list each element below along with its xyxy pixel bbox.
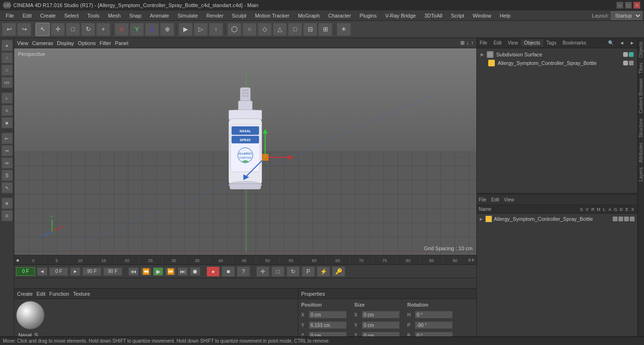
layout-dropdown[interactable]: Startup: [611, 11, 642, 20]
prev-frame-button[interactable]: ⏪: [141, 267, 151, 276]
cone-button[interactable]: ◇: [258, 23, 272, 36]
mat-texture-menu[interactable]: Texture: [73, 291, 90, 297]
menu-select[interactable]: Select: [61, 12, 83, 19]
right-search-icon[interactable]: 🔍: [605, 39, 617, 46]
record-end-button[interactable]: ⏺: [190, 267, 200, 276]
scale-key-button[interactable]: ↻: [286, 266, 300, 277]
sidebar-tool-s[interactable]: S: [1, 170, 13, 181]
size-y-input[interactable]: [362, 321, 400, 329]
right-forward-icon[interactable]: ►: [627, 39, 637, 46]
sphere-button[interactable]: ○: [242, 23, 257, 36]
param-key-button[interactable]: P: [302, 266, 315, 277]
fr-tab-layers[interactable]: Layers: [637, 165, 644, 183]
sidebar-tool-edges[interactable]: /: [1, 52, 13, 64]
mat-item-spray[interactable]: ▶ Allergy_Symptom_Controller_Spray_Bottl…: [478, 215, 636, 223]
viewport-canvas[interactable]: Perspective: [14, 48, 476, 255]
scale-tool-button[interactable]: □: [66, 23, 80, 36]
record-button[interactable]: ●: [206, 266, 220, 277]
right-view-menu[interactable]: View: [505, 39, 521, 46]
maximize-button[interactable]: □: [625, 2, 632, 9]
mat-create-menu[interactable]: Create: [17, 291, 33, 297]
fr-tab-structure[interactable]: Structure: [637, 117, 644, 140]
menu-mesh[interactable]: Mesh: [104, 12, 125, 19]
current-frame-display[interactable]: 0 F: [16, 267, 35, 276]
frame-minus-btn[interactable]: ◄: [37, 267, 47, 276]
undo-button[interactable]: ↩: [2, 23, 16, 36]
transform-gizmo[interactable]: [237, 129, 294, 186]
rot-h-input[interactable]: [415, 311, 453, 318]
sidebar-tool-uv[interactable]: UV: [1, 77, 13, 88]
world-button[interactable]: ⊕: [160, 23, 174, 36]
titlebar-controls[interactable]: ─ □ ✕: [617, 2, 640, 9]
goto-start-button[interactable]: ⏮: [128, 267, 139, 276]
obj-subdivision-surface[interactable]: ▶ ⬡ Subdivision Surface: [479, 50, 635, 59]
sidebar-tool-points[interactable]: ●: [1, 40, 13, 51]
right-edit-menu[interactable]: Edit: [491, 39, 505, 46]
sidebar-tool-knife[interactable]: ✂: [1, 145, 13, 156]
render-region-button[interactable]: ↑: [209, 23, 223, 36]
rotate-key-button[interactable]: □: [271, 266, 285, 277]
material-preview[interactable]: [16, 301, 45, 329]
viewport-cameras-menu[interactable]: Cameras: [32, 40, 54, 46]
start-frame-input[interactable]: [49, 267, 68, 276]
cylinder-button[interactable]: △: [273, 23, 287, 36]
menu-render[interactable]: Render: [203, 12, 227, 19]
menu-window[interactable]: Window: [469, 12, 495, 19]
spline-button[interactable]: ⊟: [303, 23, 317, 36]
minimize-button[interactable]: ─: [617, 2, 623, 9]
transform-button[interactable]: +: [96, 23, 110, 36]
menu-sculpt[interactable]: Sculpt: [228, 12, 250, 19]
right-bookmarks-menu[interactable]: Bookmarks: [560, 39, 589, 46]
viewport-view-menu[interactable]: View: [17, 40, 28, 46]
sidebar-tool-deform[interactable]: ⊡: [1, 210, 13, 221]
auto-key-button[interactable]: ⚡: [317, 266, 330, 277]
close-button[interactable]: ✕: [634, 2, 640, 9]
cube-button[interactable]: ⬡: [227, 23, 242, 36]
menu-script[interactable]: Script: [447, 12, 468, 19]
menu-help[interactable]: Help: [496, 12, 514, 19]
material-item[interactable]: Nasal_S...: [16, 301, 45, 338]
right-tags-menu[interactable]: Tags: [544, 39, 560, 46]
menu-mograph[interactable]: MoGraph: [294, 12, 323, 19]
fr-tab-content[interactable]: Content Browser: [637, 76, 644, 115]
menu-file[interactable]: File: [2, 12, 18, 19]
help-button[interactable]: ?: [237, 266, 250, 277]
render-button[interactable]: ▷: [194, 23, 208, 36]
fr-tab-tikes[interactable]: Tikes: [637, 61, 644, 76]
pos-y-input[interactable]: [309, 321, 347, 329]
menu-plugins[interactable]: Plugins: [356, 12, 380, 19]
select-tool-button[interactable]: ↖: [36, 23, 50, 36]
fr-tab-attributes[interactable]: Attributes: [637, 141, 644, 164]
next-frame-button[interactable]: ⏩: [165, 267, 176, 276]
sidebar-tool-live[interactable]: L: [1, 92, 13, 104]
right-back-icon[interactable]: ◄: [617, 39, 627, 46]
stop-button[interactable]: ■: [222, 266, 235, 277]
mat-edit-menu[interactable]: Edit: [36, 291, 45, 297]
goto-end-button[interactable]: ⏭: [178, 267, 188, 276]
plane-button[interactable]: □: [288, 23, 302, 36]
timeline-ruler[interactable]: ◆ 0 5 10 15 20 25 30 35 40 45 50 55 60 6…: [14, 255, 476, 265]
sidebar-tool-snap[interactable]: S: [1, 105, 13, 116]
render-preview-button[interactable]: ▶: [179, 23, 193, 36]
z-axis-button[interactable]: Z: [145, 23, 159, 36]
move-tool-button[interactable]: ✛: [51, 23, 65, 36]
mat-panel-edit-menu[interactable]: Edit: [491, 197, 499, 202]
menu-motion-tracker[interactable]: Motion Tracker: [251, 12, 293, 19]
frame-plus-btn[interactable]: ►: [70, 267, 80, 276]
fr-tab-objects[interactable]: Objects: [637, 40, 644, 60]
menu-vray[interactable]: V-Ray Bridge: [381, 12, 420, 19]
menu-character[interactable]: Character: [324, 12, 355, 19]
y-axis-button[interactable]: Y: [130, 23, 144, 36]
sidebar-tool-solo[interactable]: ◉: [1, 117, 13, 128]
sidebar-tool-ruler[interactable]: ⊢: [1, 133, 13, 144]
mat-panel-view-menu[interactable]: View: [504, 197, 514, 202]
keyframe-button[interactable]: 🔑: [332, 266, 345, 277]
sidebar-tool-paint[interactable]: ✏: [1, 157, 13, 169]
menu-3dtoall[interactable]: 3DToAll: [420, 12, 446, 19]
menu-edit[interactable]: Edit: [19, 12, 36, 19]
obj-spray-bottle[interactable]: ◇ Allergy_Symptom_Controller_Spray_Bottl…: [479, 59, 635, 67]
menu-tools[interactable]: Tools: [83, 12, 103, 19]
end-frame-input2[interactable]: [103, 267, 122, 276]
sidebar-tool-polys[interactable]: □: [1, 64, 13, 76]
pos-x-input[interactable]: [309, 311, 347, 318]
